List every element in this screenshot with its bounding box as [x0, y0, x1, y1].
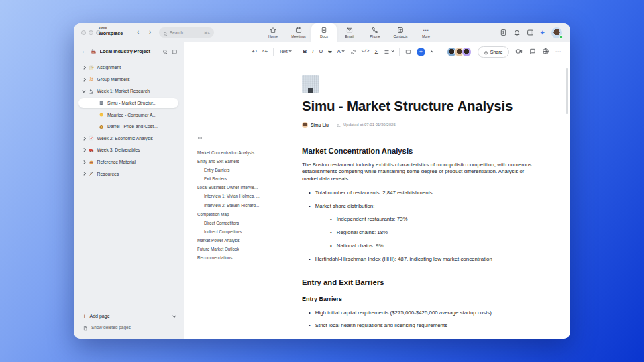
notifications-bell-icon[interactable]	[513, 27, 521, 39]
outline-item[interactable]: Interview 2: Steven Richard...	[197, 203, 298, 208]
nav-item-label: Contacts	[394, 34, 408, 38]
chart-increasing-icon	[89, 135, 94, 141]
sidebar-search-icon[interactable]	[162, 45, 168, 57]
minimize-window-button[interactable]	[89, 30, 93, 35]
tab-phone[interactable]: Phone	[362, 23, 388, 42]
nav-item-label: Home	[268, 34, 278, 38]
memo-icon	[89, 65, 94, 70]
chevron-right-icon[interactable]	[82, 137, 85, 140]
doc-bullet-item: •National chains: 9%	[302, 243, 545, 249]
outline-item[interactable]: Market Concentration Analysis	[197, 150, 298, 156]
more-options-icon[interactable]: ⋯	[555, 48, 562, 55]
doc-bullet-item: •Regional chains: 18%	[302, 230, 545, 235]
ai-companion-icon[interactable]: ✦	[540, 29, 545, 36]
tab-home[interactable]: Home	[260, 23, 286, 42]
outline-item[interactable]: Market Power Analysis	[197, 238, 298, 243]
bullet-dot-icon: •	[330, 217, 332, 222]
global-search-input[interactable]: Search ⌘F	[159, 27, 214, 38]
sidebar-item[interactable]: Simu - Market Structur...	[74, 97, 184, 109]
redo-button[interactable]: ↷	[262, 48, 268, 55]
tab-email[interactable]: Email	[337, 23, 362, 42]
show-deleted-pages-button[interactable]: Show deleted pages	[74, 322, 184, 333]
toolbar-divider	[297, 48, 297, 56]
sidebar-item[interactable]: Group Members	[74, 74, 184, 86]
outline-item[interactable]: Interview 1: Vivian Holmes, ...	[197, 194, 298, 199]
chevron-down-icon[interactable]	[82, 88, 85, 92]
chevron-down-icon[interactable]	[173, 314, 176, 317]
doc-bullet-text: Regional chains: 18%	[337, 230, 388, 235]
deleted-page-icon	[83, 322, 88, 334]
outline-item[interactable]: Indirect Competitors	[197, 229, 298, 235]
doc-bullet-text: Strict local health regulations and lice…	[315, 323, 447, 328]
history-forward-icon[interactable]: ›	[149, 27, 151, 37]
outline-item[interactable]: Local Business Owner Intervie...	[197, 185, 298, 190]
bullet-dot-icon: •	[309, 323, 311, 328]
doc-main-area: ↶ ↷ Text B I U S A </> Σ +	[184, 42, 570, 339]
outline-item[interactable]: Exit Barriers	[197, 176, 298, 182]
search-icon	[163, 27, 168, 39]
chevron-right-icon[interactable]	[82, 148, 85, 152]
outline-item[interactable]: Entry and Exit Barriers	[197, 159, 298, 164]
toolbar-divider	[273, 48, 274, 56]
scrollbar-thumb[interactable]	[566, 68, 568, 114]
contact-card-icon[interactable]	[500, 27, 507, 39]
chevron-right-icon[interactable]	[82, 78, 85, 81]
collapse-outline-icon[interactable]	[197, 131, 203, 143]
user-avatar[interactable]	[551, 27, 562, 38]
sidebar-item-label: Assignment	[97, 65, 121, 70]
tab-more[interactable]: ⋯More	[413, 23, 439, 42]
sidebar-item[interactable]: Week 3: Deliverables	[74, 144, 184, 156]
people-icon	[89, 76, 94, 82]
back-arrow-icon[interactable]: ←	[81, 48, 87, 54]
history-back-icon[interactable]: ‹	[137, 27, 139, 37]
chevron-right-icon[interactable]	[82, 66, 85, 69]
nav-item-label: Phone	[370, 34, 380, 38]
close-window-button[interactable]	[81, 30, 86, 35]
doc-bullet-text: Herfindahl-Hirschman Index (HHI): 487, i…	[315, 257, 492, 262]
truck-icon	[89, 147, 94, 153]
plus-icon: +	[83, 313, 87, 320]
tab-contacts[interactable]: Contacts	[388, 23, 413, 42]
sidebar-item[interactable]: Week 2: Economic Analysis	[74, 133, 184, 145]
sidebar-tree: AssignmentGroup MembersWeek 1: Market Re…	[74, 62, 184, 180]
text-style-dropdown[interactable]: Text	[279, 48, 292, 55]
doc-heading: Entry and Exit Barriers	[302, 278, 545, 286]
doc-bullet-text: Market share distribution:	[315, 204, 375, 209]
zoom-workplace-window: zoom Workplace ‹ › Search ⌘F HomeMeeting…	[74, 23, 570, 339]
collapse-sidebar-icon[interactable]	[172, 45, 178, 57]
outline-item[interactable]: Direct Competitors	[197, 221, 298, 226]
sidebar-item[interactable]: Maurice - Consumer A...	[74, 109, 184, 121]
project-title: Local Industry Project	[100, 48, 160, 54]
doc-canvas[interactable]: Simu - Market Structure Analysis Simu Li…	[302, 42, 545, 339]
sidebar-item[interactable]: Assignment	[74, 62, 184, 74]
author-avatar	[302, 122, 308, 128]
sidebar-item[interactable]: Reference Material	[74, 156, 184, 168]
chevron-right-icon[interactable]	[82, 160, 85, 164]
sidebar-item[interactable]: $Darrel - Price and Cost...	[74, 121, 184, 133]
sidebar: ← Local Industry Project AssignmentGroup…	[74, 42, 184, 339]
pickaxe-icon	[89, 171, 94, 176]
outline-item[interactable]: Entry Barriers	[197, 168, 298, 173]
add-page-button[interactable]: + Add page	[74, 310, 184, 322]
window-controls[interactable]	[81, 30, 101, 35]
outline-item[interactable]: Recommendations	[197, 255, 298, 261]
brand-bottom: Workplace	[99, 31, 123, 36]
doc-bullet-text: High initial capital requirements ($275,…	[315, 310, 492, 316]
doc-bullet-text: National chains: 9%	[337, 243, 384, 249]
outline-list: Market Concentration AnalysisEntry and E…	[197, 150, 298, 261]
outline-item[interactable]: Future Market Outlook	[197, 247, 298, 252]
sidebar-footer: + Add page Show deleted pages	[74, 310, 184, 333]
side-panel-icon[interactable]	[527, 27, 534, 39]
chevron-right-icon[interactable]	[82, 172, 85, 176]
bullet-dot-icon: •	[309, 310, 311, 316]
tab-docs[interactable]: Docs	[311, 23, 337, 42]
desktop-background: zoom Workplace ‹ › Search ⌘F HomeMeeting…	[0, 0, 644, 362]
outline-item[interactable]: Competition Map	[197, 212, 298, 217]
sidebar-item-label: Resources	[97, 172, 119, 176]
tab-meetings[interactable]: Meetings	[286, 23, 311, 42]
sidebar-item[interactable]: Week 1: Market Research	[74, 85, 184, 97]
docs-icon	[321, 27, 327, 34]
sidebar-item[interactable]: Resources	[74, 168, 184, 180]
undo-button[interactable]: ↶	[252, 48, 257, 55]
doc-bullet-item: •Herfindahl-Hirschman Index (HHI): 487, …	[302, 257, 545, 262]
